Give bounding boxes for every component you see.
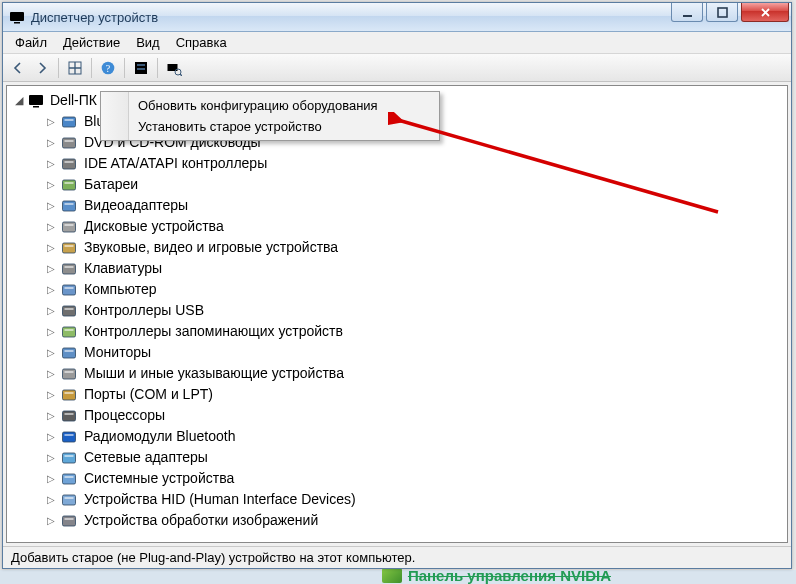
tree-category[interactable]: ▷Мониторы [7, 342, 787, 363]
nvidia-control-panel-link[interactable]: Панель управления NVIDIA [382, 567, 611, 584]
menubar: Файл Действие Вид Справка [3, 32, 791, 54]
svg-rect-41 [65, 392, 74, 394]
expand-icon[interactable]: ▷ [45, 468, 56, 489]
tree-category[interactable]: ▷Дисковые устройства [7, 216, 787, 237]
svg-rect-45 [65, 434, 74, 436]
category-label: Мыши и иные указывающие устройства [84, 363, 344, 384]
svg-rect-39 [65, 371, 74, 373]
svg-rect-47 [65, 455, 74, 457]
svg-rect-27 [65, 245, 74, 247]
category-icon [61, 240, 79, 256]
expand-icon[interactable]: ▷ [45, 384, 56, 405]
svg-rect-26 [63, 243, 76, 253]
expand-icon[interactable]: ▷ [45, 237, 56, 258]
maximize-button[interactable] [706, 3, 738, 22]
svg-rect-34 [63, 327, 76, 337]
category-label: Контроллеры запоминающих устройств [84, 321, 343, 342]
close-button[interactable] [741, 3, 789, 22]
tree-category[interactable]: ▷Компьютер [7, 279, 787, 300]
ctx-add-legacy-hardware[interactable]: Установить старое устройство [104, 116, 436, 137]
tree-category[interactable]: ▷Процессоры [7, 405, 787, 426]
svg-rect-50 [63, 495, 76, 505]
menu-view[interactable]: Вид [128, 33, 168, 52]
svg-rect-40 [63, 390, 76, 400]
titlebar[interactable]: Диспетчер устройств [3, 3, 791, 32]
tree-category[interactable]: ▷Контроллеры USB [7, 300, 787, 321]
tree-category[interactable]: ▷Видеоадаптеры [7, 195, 787, 216]
window-buttons [671, 3, 789, 22]
nvidia-link-text: Панель управления NVIDIA [408, 567, 611, 584]
tree-category[interactable]: ▷IDE ATA/ATAPI контроллеры [7, 153, 787, 174]
expand-icon[interactable]: ▷ [45, 111, 56, 132]
category-label: Порты (COM и LPT) [84, 384, 213, 405]
category-label: Процессоры [84, 405, 165, 426]
tree-category[interactable]: ▷Системные устройства [7, 468, 787, 489]
menu-help[interactable]: Справка [168, 33, 235, 52]
expand-icon[interactable]: ▷ [45, 195, 56, 216]
tree-category[interactable]: ▷Сетевые адаптеры [7, 447, 787, 468]
expand-icon[interactable]: ▷ [45, 342, 56, 363]
svg-rect-15 [65, 119, 74, 121]
svg-rect-35 [65, 329, 74, 331]
svg-rect-25 [65, 224, 74, 226]
category-icon [61, 492, 79, 508]
category-icon [61, 324, 79, 340]
expand-icon[interactable]: ▷ [45, 216, 56, 237]
svg-rect-0 [10, 12, 24, 21]
category-icon [61, 114, 79, 130]
expand-icon[interactable]: ▷ [45, 510, 56, 531]
minimize-button[interactable] [671, 3, 703, 22]
expand-icon[interactable]: ▷ [45, 279, 56, 300]
scan-hardware-button[interactable] [163, 57, 185, 79]
expand-icon[interactable]: ▷ [45, 258, 56, 279]
svg-rect-21 [65, 182, 74, 184]
tree-category[interactable]: ▷Звуковые, видео и игровые устройства [7, 237, 787, 258]
svg-rect-12 [29, 95, 43, 105]
category-label: Звуковые, видео и игровые устройства [84, 237, 338, 258]
tree-category[interactable]: ▷Мыши и иные указывающие устройства [7, 363, 787, 384]
expand-icon[interactable]: ▷ [45, 174, 56, 195]
collapse-icon[interactable]: ◢ [13, 90, 24, 111]
help-button[interactable]: ? [97, 57, 119, 79]
svg-rect-33 [65, 308, 74, 310]
tree-category[interactable]: ▷Клавиатуры [7, 258, 787, 279]
expand-icon[interactable]: ▷ [45, 405, 56, 426]
expand-icon[interactable]: ▷ [45, 489, 56, 510]
device-manager-window: Диспетчер устройств Файл Действие Вид Сп… [2, 2, 792, 569]
svg-rect-36 [63, 348, 76, 358]
context-menu: Обновить конфигурацию оборудования Устан… [100, 91, 440, 141]
expand-icon[interactable]: ▷ [45, 321, 56, 342]
category-icon [61, 408, 79, 424]
menu-file[interactable]: Файл [7, 33, 55, 52]
toolbar: ? [3, 54, 791, 82]
category-label: Клавиатуры [84, 258, 162, 279]
tree-category[interactable]: ▷Батареи [7, 174, 787, 195]
back-button[interactable] [7, 57, 29, 79]
category-icon [61, 282, 79, 298]
properties-button[interactable] [130, 57, 152, 79]
show-hidden-button[interactable] [64, 57, 86, 79]
expand-icon[interactable]: ▷ [45, 153, 56, 174]
svg-rect-49 [65, 476, 74, 478]
expand-icon[interactable]: ▷ [45, 426, 56, 447]
tree-panel[interactable]: ◢ Dell-ПК ▷Bluetooth-адаптеры▷DVD и CD-R… [6, 85, 788, 543]
tree-category[interactable]: ▷Радиомодули Bluetooth [7, 426, 787, 447]
expand-icon[interactable]: ▷ [45, 363, 56, 384]
expand-icon[interactable]: ▷ [45, 447, 56, 468]
tree-category[interactable]: ▷Устройства обработки изображений [7, 510, 787, 531]
toolbar-separator [157, 58, 158, 78]
tree-category[interactable]: ▷Контроллеры запоминающих устройств [7, 321, 787, 342]
category-icon [61, 156, 79, 172]
tree-category[interactable]: ▷Устройства HID (Human Interface Devices… [7, 489, 787, 510]
expand-icon[interactable]: ▷ [45, 300, 56, 321]
svg-rect-43 [65, 413, 74, 415]
category-label: Батареи [84, 174, 138, 195]
menu-action[interactable]: Действие [55, 33, 128, 52]
ctx-scan-hardware[interactable]: Обновить конфигурацию оборудования [104, 95, 436, 116]
forward-button[interactable] [31, 57, 53, 79]
category-label: Дисковые устройства [84, 216, 224, 237]
tree-category[interactable]: ▷Порты (COM и LPT) [7, 384, 787, 405]
expand-icon[interactable]: ▷ [45, 132, 56, 153]
svg-rect-14 [63, 117, 76, 127]
svg-rect-13 [33, 106, 39, 108]
